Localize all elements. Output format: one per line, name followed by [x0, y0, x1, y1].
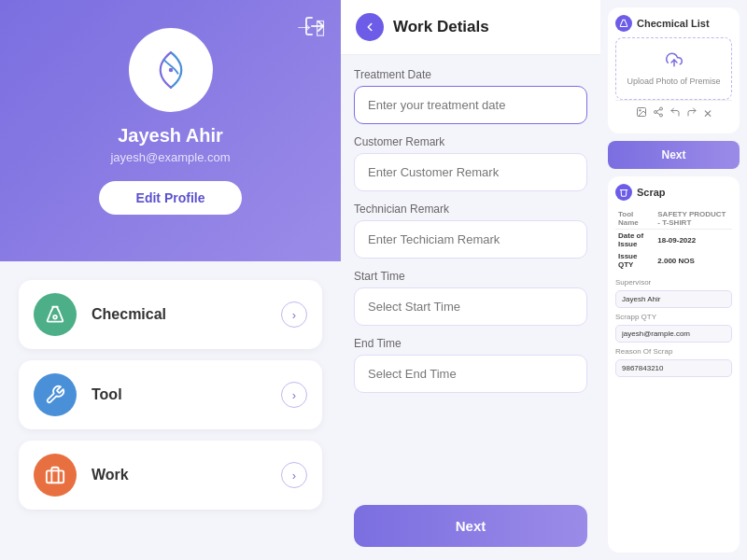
chemical-list-header: Checmical List	[615, 15, 732, 32]
toolbar-redo-icon[interactable]	[686, 106, 698, 120]
date-of-issue-label: Date of Issue	[615, 230, 655, 251]
scrap-icon	[615, 184, 632, 201]
scrap-header: Scrap	[615, 184, 732, 201]
reason-label: Reason Of Scrap	[615, 347, 732, 356]
supervisor-label: Supervisor	[615, 278, 732, 287]
scrapp-qty-input[interactable]	[615, 325, 732, 343]
chemical-arrow: ›	[281, 301, 307, 328]
svg-point-2	[168, 68, 173, 73]
toolbar-share-icon[interactable]	[653, 106, 664, 120]
date-of-issue-value: 18-09-2022	[655, 230, 732, 251]
toolbar-image-icon[interactable]	[636, 106, 647, 120]
treatment-date-group: Treatment Date	[354, 68, 587, 124]
work-details-title: Work Detials	[393, 18, 489, 36]
chemical-menu-icon	[34, 293, 77, 336]
menu-item-tool[interactable]: Tool ›	[19, 360, 322, 429]
profile-section: →▯ Jayesh Ahir jayesh@example.com Edit P…	[0, 0, 341, 261]
scrap-col-tool: Tool Name	[615, 208, 655, 230]
start-time-label: Start Time	[354, 270, 587, 283]
issue-qty-value: 2.000 NOS	[655, 250, 732, 271]
supervisor-input[interactable]	[615, 290, 732, 308]
avatar	[129, 28, 213, 112]
svg-point-7	[639, 110, 641, 112]
scrapp-qty-label: Scrapp QTY	[615, 313, 732, 321]
toolbar-undo-icon[interactable]	[669, 106, 681, 120]
scrap-card: Scrap Tool Name SAFETY PRODUCT - T-SHIRT…	[608, 176, 740, 553]
technician-remark-group: Technician Remark	[354, 203, 587, 259]
toolbar-close-icon[interactable]: ✕	[703, 107, 712, 120]
table-row: Date of Issue 18-09-2022	[615, 230, 732, 251]
work-details-header: Work Detials	[341, 0, 600, 55]
start-time-group: Start Time	[354, 270, 587, 326]
table-row: Issue QTY 2.000 NOS	[615, 250, 732, 271]
supervisor-field: Supervisor	[615, 278, 732, 308]
middle-panel: Work Detials Treatment Date Customer Rem…	[341, 0, 600, 560]
tool-label: Tool	[92, 386, 266, 403]
customer-remark-group: Customer Remark	[354, 135, 587, 191]
upload-icon	[666, 51, 683, 73]
chemical-list-card: Checmical List Upload Photo of Premise	[608, 7, 740, 133]
treatment-date-input[interactable]	[354, 86, 587, 124]
technician-remark-label: Technician Remark	[354, 203, 587, 216]
svg-rect-4	[47, 470, 63, 483]
treatment-date-label: Treatment Date	[354, 68, 587, 81]
user-name: Jayesh Ahir	[118, 125, 223, 147]
svg-point-3	[53, 315, 57, 319]
toolbar-row: ✕	[615, 100, 732, 126]
chemical-label: Checmical	[92, 306, 266, 323]
work-arrow: ›	[281, 462, 307, 488]
left-panel: →▯ Jayesh Ahir jayesh@example.com Edit P…	[0, 0, 341, 560]
chemical-list-icon	[615, 15, 632, 32]
back-button[interactable]	[356, 13, 384, 41]
chemical-list-title: Checmical List	[637, 18, 710, 29]
svg-line-12	[656, 109, 659, 111]
technician-remark-input[interactable]	[354, 220, 587, 259]
work-label: Work	[92, 467, 266, 483]
scrap-table: Tool Name SAFETY PRODUCT - T-SHIRT Date …	[615, 208, 732, 271]
work-details-form: Treatment Date Customer Remark Technicia…	[341, 55, 600, 496]
next-button-middle[interactable]: Next	[354, 505, 587, 547]
end-time-input[interactable]	[354, 355, 587, 393]
upload-box[interactable]: Upload Photo of Premise	[615, 37, 732, 100]
reason-field: Reason Of Scrap	[615, 347, 732, 377]
menu-section: Checmical › Tool › Work ›	[0, 261, 341, 560]
upload-text: Upload Photo of Premise	[627, 77, 720, 86]
work-menu-icon	[34, 454, 77, 497]
tool-arrow: ›	[281, 382, 307, 408]
customer-remark-label: Customer Remark	[354, 135, 587, 148]
scrap-col-product: SAFETY PRODUCT - T-SHIRT	[655, 208, 732, 230]
scrap-title: Scrap	[637, 187, 666, 198]
logout-button[interactable]	[303, 15, 326, 41]
svg-line-11	[656, 113, 659, 115]
scrapp-qty-field: Scrapp QTY	[615, 313, 732, 343]
right-panel: Checmical List Upload Photo of Premise	[600, 0, 747, 560]
end-time-label: End Time	[354, 337, 587, 350]
user-email: jayesh@example.com	[110, 150, 230, 164]
start-time-input[interactable]	[354, 287, 587, 326]
end-time-group: End Time	[354, 337, 587, 393]
menu-item-work[interactable]: Work ›	[19, 441, 322, 510]
menu-item-chemical[interactable]: Checmical ›	[19, 280, 322, 349]
edit-profile-button[interactable]: Edit Profile	[99, 181, 243, 215]
reason-input[interactable]	[615, 359, 732, 377]
customer-remark-input[interactable]	[354, 153, 587, 191]
next-button-right[interactable]: Next	[608, 141, 740, 169]
issue-qty-label: Issue QTY	[615, 250, 655, 271]
tool-menu-icon	[34, 373, 77, 416]
